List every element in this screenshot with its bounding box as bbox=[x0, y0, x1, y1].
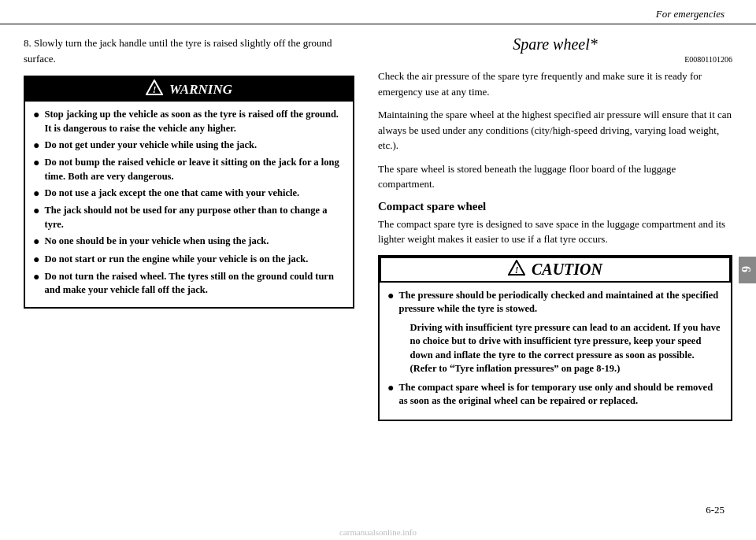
bullet-icon: ● bbox=[33, 139, 39, 153]
content-area: 8. Slowly turn the jack handle until the… bbox=[0, 24, 756, 429]
caution-item-text: The compact spare wheel is for temporary… bbox=[398, 381, 723, 409]
page-container: For emergencies 8. Slowly turn the jack … bbox=[0, 0, 756, 540]
section-title: Spare wheel* bbox=[378, 35, 732, 54]
bullet-icon: ● bbox=[33, 108, 39, 122]
caution-sub-text: Driving with insufficient tyre pressure … bbox=[410, 321, 723, 376]
page-number: 6-25 bbox=[706, 504, 724, 516]
bullet-icon: ● bbox=[387, 381, 394, 395]
sidebar-number: 6 bbox=[739, 266, 753, 274]
svg-text:!: ! bbox=[515, 264, 519, 276]
warning-header: ! WARNING bbox=[25, 77, 353, 102]
caution-label: CAUTION bbox=[532, 261, 602, 279]
caution-list-item: ● The pressure should be periodically ch… bbox=[387, 289, 723, 376]
warning-item-text: Do not bump the raised vehicle or leave … bbox=[44, 156, 345, 183]
header-text: For emergencies bbox=[656, 8, 724, 20]
caution-list-item: ● The compact spare wheel is for tempora… bbox=[387, 381, 723, 409]
warning-triangle-icon: ! bbox=[146, 80, 163, 99]
intro-para-1: Check the air pressure of the spare tyre… bbox=[378, 68, 732, 99]
list-item: ●Do not use a jack except the one that c… bbox=[33, 187, 345, 201]
caution-box: ! CAUTION ● The pressure should be perio… bbox=[378, 255, 732, 421]
caution-list: ● The pressure should be periodically ch… bbox=[387, 289, 723, 409]
page-header: For emergencies bbox=[0, 0, 756, 24]
list-item: ●Do not start or run the engine while yo… bbox=[33, 253, 345, 267]
warning-item-text: Stop jacking up the vehicle as soon as t… bbox=[44, 108, 345, 135]
warning-item-text: The jack should not be used for any purp… bbox=[44, 204, 345, 231]
intro-para-3: The spare wheel is stored beneath the lu… bbox=[378, 161, 732, 192]
warning-box: ! WARNING ●Stop jacking up the vehicle a… bbox=[24, 76, 354, 309]
bullet-icon: ● bbox=[33, 156, 39, 170]
warning-item-text: Do not use a jack except the one that ca… bbox=[44, 187, 345, 201]
warning-item-text: No one should be in your vehicle when us… bbox=[44, 235, 345, 249]
intro-para-2: Maintaining the spare wheel at the highe… bbox=[378, 107, 732, 153]
list-item: ●Stop jacking up the vehicle as soon as … bbox=[33, 108, 345, 135]
watermark: carmanualsonline.info bbox=[0, 527, 756, 540]
warning-list: ●Stop jacking up the vehicle as soon as … bbox=[33, 108, 345, 298]
intro-text: 8. Slowly turn the jack handle until the… bbox=[24, 35, 354, 66]
bullet-icon: ● bbox=[33, 253, 39, 267]
caution-header: ! CAUTION bbox=[380, 257, 731, 283]
page-footer: 6-25 bbox=[0, 504, 756, 516]
bullet-icon: ● bbox=[33, 204, 39, 218]
caution-item-text: The pressure should be periodically chec… bbox=[398, 289, 723, 376]
svg-text:!: ! bbox=[153, 84, 157, 95]
caution-triangle-icon: ! bbox=[508, 260, 525, 279]
left-column: 8. Slowly turn the jack handle until the… bbox=[24, 35, 354, 421]
warning-item-text: Do not turn the raised wheel. The tyres … bbox=[44, 270, 345, 298]
right-column: Spare wheel* E00801101206 Check the air … bbox=[378, 35, 732, 421]
list-item: ●Do not turn the raised wheel. The tyres… bbox=[33, 270, 345, 298]
list-item: ●Do not get under your vehicle while usi… bbox=[33, 139, 345, 153]
sidebar-tab: 6 bbox=[739, 257, 756, 283]
warning-item-text: Do not start or run the engine while you… bbox=[44, 253, 345, 267]
warning-label: WARNING bbox=[169, 82, 232, 98]
subsection-title: Compact spare wheel bbox=[378, 200, 732, 213]
subsection-body: The compact spare tyre is designed to sa… bbox=[378, 216, 732, 247]
list-item: ●The jack should not be used for any pur… bbox=[33, 204, 345, 231]
warning-item-text: Do not get under your vehicle while usin… bbox=[44, 139, 345, 153]
bullet-icon: ● bbox=[33, 235, 39, 249]
bullet-icon: ● bbox=[33, 270, 39, 284]
bullet-icon: ● bbox=[387, 289, 394, 303]
list-item: ●No one should be in your vehicle when u… bbox=[33, 235, 345, 249]
bullet-icon: ● bbox=[33, 187, 39, 201]
list-item: ●Do not bump the raised vehicle or leave… bbox=[33, 156, 345, 183]
section-code: E00801101206 bbox=[378, 55, 732, 64]
